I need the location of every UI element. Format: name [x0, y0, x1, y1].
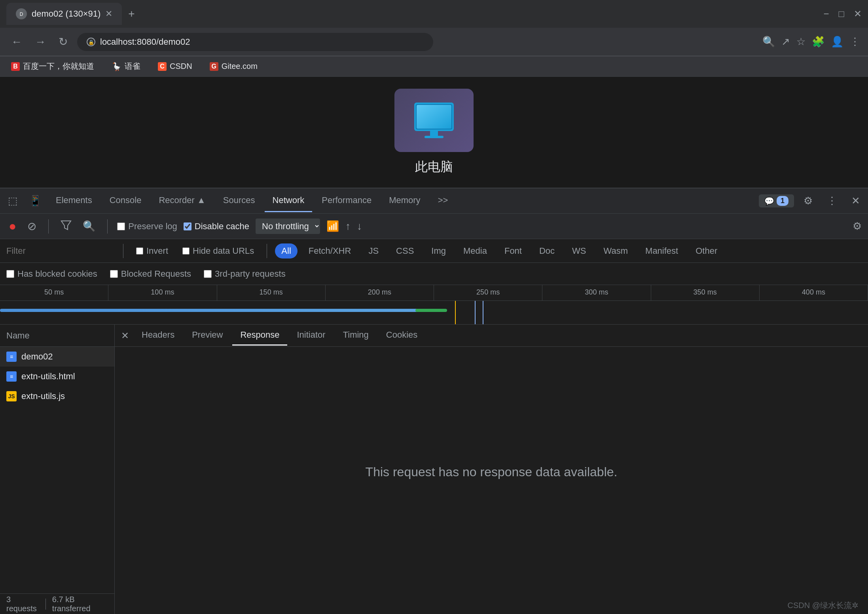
preserve-log-input[interactable]	[117, 222, 125, 230]
response-tab-preview[interactable]: Preview	[184, 326, 231, 346]
blocked-requests-checkbox[interactable]	[110, 270, 118, 278]
devtools-inspect-icon[interactable]: ⬚	[3, 195, 23, 207]
filter-type-manifest[interactable]: Manifest	[639, 243, 684, 259]
search-icon[interactable]: 🔍	[80, 218, 98, 235]
preserve-log-checkbox[interactable]: Preserve log	[117, 221, 177, 232]
devtools-tab-console[interactable]: Console	[102, 190, 150, 212]
tab-close-button[interactable]: ✕	[105, 9, 112, 19]
svg-text:🔒: 🔒	[88, 39, 94, 45]
response-panel: ✕ Headers Preview Response Initiator Tim…	[115, 325, 868, 614]
bookmark-yuque[interactable]: 🪿 语雀	[107, 59, 145, 74]
filter-type-other[interactable]: Other	[689, 243, 724, 259]
browser-tab-active[interactable]: D demo02 (130×91) ✕	[6, 3, 122, 25]
filter-type-css[interactable]: CSS	[390, 243, 420, 259]
devtools-tab-sources[interactable]: Sources	[215, 190, 263, 212]
filter-separator-1	[123, 244, 123, 258]
third-party-label[interactable]: 3rd-party requests	[204, 269, 286, 279]
devtools-tab-more[interactable]: >>	[430, 190, 456, 212]
devtools-tab-recorder[interactable]: Recorder ▲	[151, 190, 213, 212]
gitee-label: Gitee.com	[222, 62, 258, 71]
forward-button[interactable]: →	[32, 32, 49, 51]
invert-checkbox-label[interactable]: Invert	[131, 244, 173, 258]
record-button[interactable]: ●	[6, 217, 19, 236]
response-tab-timing[interactable]: Timing	[335, 326, 377, 346]
transferred-size: 6.7 kB transferred	[52, 595, 108, 613]
file-item-extn-utils-html[interactable]: ≡ extn-utils.html	[0, 367, 114, 386]
has-blocked-cookies-label[interactable]: Has blocked cookies	[6, 269, 97, 279]
timeline-bar-blue	[0, 309, 435, 312]
bookmark-gitee[interactable]: G Gitee.com	[205, 59, 262, 73]
hide-data-urls-checkbox[interactable]	[182, 247, 190, 255]
devtools-tab-elements[interactable]: Elements	[48, 190, 100, 212]
close-window-button[interactable]: ✕	[854, 8, 862, 19]
devtools-more-icon[interactable]: ⋮	[822, 195, 842, 207]
svg-text:D: D	[20, 11, 23, 17]
desktop-icon: 此电脑	[394, 89, 474, 176]
filter-type-fetch-xhr[interactable]: Fetch/XHR	[302, 243, 358, 259]
filter-type-doc[interactable]: Doc	[533, 243, 561, 259]
address-bar[interactable]: 🔒 localhost:8080/demo02	[77, 33, 433, 51]
share-icon[interactable]: ↗	[781, 36, 790, 48]
upload-icon[interactable]: ↑	[345, 220, 351, 232]
restore-button[interactable]: □	[839, 8, 845, 19]
profile-icon[interactable]: 👤	[831, 36, 843, 48]
clear-button[interactable]: ⊘	[25, 217, 39, 235]
filter-icon[interactable]	[58, 217, 74, 236]
bookmark-csdn[interactable]: C CSDN	[153, 59, 197, 73]
response-tab-response[interactable]: Response	[232, 326, 287, 346]
menu-icon[interactable]: ⋮	[850, 36, 860, 48]
filter-type-ws[interactable]: WS	[566, 243, 592, 259]
devtools-tab-bar: ⬚ 📱 Elements Console Recorder ▲ Sources …	[0, 188, 868, 214]
filter-type-media[interactable]: Media	[457, 243, 493, 259]
network-settings-icon[interactable]: ⚙	[853, 220, 862, 232]
invert-checkbox[interactable]	[136, 247, 143, 255]
gitee-icon: G	[210, 62, 218, 71]
zoom-icon[interactable]: 🔍	[762, 36, 775, 48]
wifi-icon[interactable]: 📶	[326, 220, 339, 232]
reload-button[interactable]: ↻	[55, 32, 71, 51]
response-tab-headers[interactable]: Headers	[134, 326, 182, 346]
filter-bar: Invert Hide data URLs All Fetch/XHR JS C…	[0, 239, 868, 263]
disable-cache-checkbox[interactable]: Disable cache	[184, 221, 249, 232]
devtools-tab-memory[interactable]: Memory	[381, 190, 428, 212]
tab-title: demo02 (130×91)	[32, 9, 100, 19]
hide-data-urls-label[interactable]: Hide data URLs	[178, 244, 259, 258]
bookmarks-bar: B 百度一下，你就知道 🪿 语雀 C CSDN G Gitee.com	[0, 56, 868, 77]
download-icon[interactable]: ↓	[357, 220, 362, 232]
back-button[interactable]: ←	[8, 32, 25, 51]
filter-input[interactable]	[6, 246, 115, 256]
file-item-extn-utils-js[interactable]: JS extn-utils.js	[0, 386, 114, 406]
yuque-label: 语雀	[125, 61, 140, 72]
disable-cache-input[interactable]	[184, 222, 191, 230]
devtools-close-icon[interactable]: ✕	[847, 195, 865, 207]
settings-gear-icon[interactable]: ⚙	[799, 195, 817, 207]
filter-type-font[interactable]: Font	[498, 243, 528, 259]
minimize-button[interactable]: −	[823, 8, 829, 19]
new-tab-button[interactable]: +	[125, 4, 138, 23]
filter-type-img[interactable]: Img	[425, 243, 452, 259]
bookmark-baidu[interactable]: B 百度一下，你就知道	[6, 59, 99, 74]
bookmark-icon[interactable]: ☆	[796, 36, 805, 48]
filter-type-js[interactable]: JS	[362, 243, 385, 259]
console-messages-badge[interactable]: 💬 1	[759, 194, 794, 207]
devtools-tab-performance[interactable]: Performance	[314, 190, 379, 212]
timeline-250ms: 250 ms	[434, 285, 542, 300]
third-party-checkbox[interactable]	[204, 270, 212, 278]
close-request-panel-button[interactable]: ✕	[118, 327, 132, 344]
file-list-spacer	[0, 406, 114, 593]
svg-rect-7	[430, 131, 438, 136]
filter-type-wasm[interactable]: Wasm	[597, 243, 635, 259]
devtools-device-icon[interactable]: 📱	[24, 195, 46, 207]
throttle-select[interactable]: No throttling Fast 3G Slow 3G	[256, 219, 320, 234]
response-tab-initiator[interactable]: Initiator	[289, 326, 333, 346]
filter-type-all[interactable]: All	[275, 243, 297, 259]
tab-favicon: D	[16, 8, 27, 19]
has-blocked-cookies-checkbox[interactable]	[6, 270, 14, 278]
response-tab-cookies[interactable]: Cookies	[378, 326, 425, 346]
yuque-icon: 🪿	[112, 62, 121, 71]
blocked-requests-label[interactable]: Blocked Requests	[110, 269, 191, 279]
file-item-demo02[interactable]: ≡ demo02	[0, 347, 114, 367]
extensions-icon[interactable]: 🧩	[812, 36, 824, 48]
devtools-tab-network[interactable]: Network	[265, 190, 313, 212]
desktop-icon-image	[394, 89, 474, 152]
